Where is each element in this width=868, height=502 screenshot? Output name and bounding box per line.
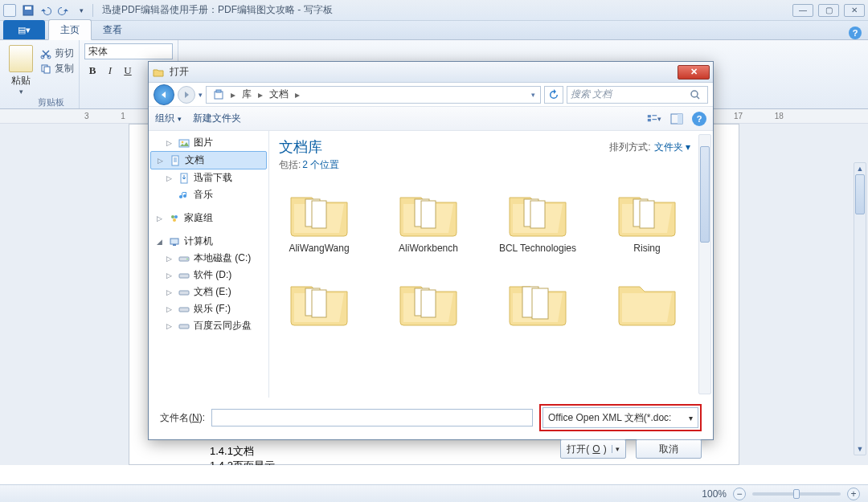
ruler-mark: 1 [121,112,125,120]
tree-item-xunlei[interactable]: ▷迅雷下载 [149,169,268,186]
cancel-button[interactable]: 取消 [636,439,702,459]
file-menu-button[interactable]: ▤▾ [3,20,45,39]
folder-item[interactable]: Rising [607,188,687,255]
highlight-box: Office Open XML 文档(*.doc:▾ [539,404,702,431]
font-family-select[interactable]: 宋体 [84,43,173,59]
folder-icon [288,277,350,327]
folder-label: AliWangWang [289,243,349,255]
breadcrumb-dropdown-icon[interactable]: ▾ [528,91,538,99]
folder-item[interactable]: AliWangWang [279,188,359,255]
folder-item[interactable] [497,277,578,332]
view-mode-button[interactable]: ▾ [647,112,661,126]
bold-button[interactable]: B [84,63,100,79]
nav-back-button[interactable] [154,84,174,105]
svg-rect-11 [653,115,657,116]
tab-view[interactable]: 查看 [92,20,133,39]
refresh-button[interactable] [544,86,563,104]
breadcrumb-sep-icon: ▸ [256,89,264,100]
tree-item-drive-f[interactable]: ▷娱乐 (F:) [149,300,268,317]
open-dropdown-icon[interactable]: ▾ [612,445,620,453]
tree-item-baidu[interactable]: ▷百度云同步盘 [149,317,268,334]
breadcrumb-documents[interactable]: 文档 [264,88,293,101]
zoom-slider-thumb[interactable] [793,489,800,499]
content-scrollbar[interactable] [698,134,711,394]
qat-customize-icon[interactable]: ▾ [72,2,90,18]
cut-label: 剪切 [55,47,74,60]
nav-tree[interactable]: ▷图片 ▷文档 ▷迅雷下载 音乐 ▷家庭组 ◢计算机 ▷本地磁盘 (C:) ▷软… [149,131,269,398]
folder-item[interactable]: BCL Technologies [497,188,578,255]
filetype-value: Office Open XML 文档(*.doc: [548,411,671,425]
tree-item-computer[interactable]: ◢计算机 [149,233,268,250]
svg-rect-31 [312,201,326,228]
nav-forward-button[interactable] [178,86,195,104]
folder-item[interactable] [607,277,687,332]
breadcrumb-root-icon[interactable] [208,89,229,100]
tab-home[interactable]: 主页 [48,19,92,40]
scroll-up-icon[interactable]: ▲ [854,163,866,174]
vertical-scrollbar[interactable]: ▲ ▼ [854,162,866,455]
organize-button[interactable]: 组织▾ [155,112,182,125]
folder-label: Rising [633,243,660,255]
library-subtitle: 包括:2 个位置 [279,158,703,172]
dialog-close-button[interactable]: ✕ [678,65,710,80]
zoom-value: 100% [702,488,727,500]
search-icon [690,89,701,100]
copy-button[interactable]: 复制 [40,62,74,76]
sort-link[interactable]: 文件夹 ▾ [654,141,690,153]
svg-point-16 [182,141,184,143]
underline-button[interactable]: U [120,63,136,79]
svg-rect-7 [216,90,221,92]
scroll-down-icon[interactable]: ▼ [854,443,866,455]
help-button[interactable]: ? [849,27,862,39]
system-menu-icon[interactable] [3,4,16,17]
tree-item-documents[interactable]: ▷文档 [150,151,267,169]
open-dialog: 打开 ✕ ▾ ▸ 库 ▸ 文档 ▸ ▾ 搜索 文档 组织▾ 新建文件夹 ▾ ? [148,61,714,440]
close-window-button[interactable]: ✕ [844,4,865,17]
folder-item[interactable]: AliWorkbench [388,188,469,255]
dialog-icon [152,66,165,79]
breadcrumb-libraries[interactable]: 库 [237,88,256,101]
filename-input[interactable] [211,409,533,426]
library-locations-link[interactable]: 2 个位置 [302,159,339,170]
zoom-out-button[interactable]: − [733,488,746,500]
folder-item[interactable] [279,277,359,332]
svg-rect-12 [653,119,657,120]
qat-save-icon[interactable] [19,2,37,18]
nav-history-dropdown-icon[interactable]: ▾ [199,91,203,99]
breadcrumb[interactable]: ▸ 库 ▸ 文档 ▸ ▾ [206,86,541,104]
folder-label: BCL Technologies [499,243,576,255]
scroll-thumb[interactable] [855,174,865,214]
tree-item-homegroup[interactable]: ▷家庭组 [149,210,268,227]
dialog-help-button[interactable]: ? [692,112,706,126]
folder-icon [506,277,569,327]
copy-label: 复制 [55,62,74,76]
tree-item-music[interactable]: 音乐 [149,186,268,203]
qat-redo-icon[interactable] [55,2,72,18]
search-input[interactable]: 搜索 文档 [567,86,708,104]
new-folder-button[interactable]: 新建文件夹 [193,112,241,125]
tree-item-drive-c[interactable]: ▷本地磁盘 (C:) [149,250,268,267]
tree-item-drive-d[interactable]: ▷软件 (D:) [149,267,268,284]
content-scroll-thumb[interactable] [700,146,710,243]
breadcrumb-sep-icon: ▸ [229,89,237,100]
svg-point-8 [691,91,698,97]
folder-item[interactable] [388,277,469,332]
qat-undo-icon[interactable] [37,2,55,18]
paste-icon [9,45,33,72]
breadcrumb-sep-icon: ▸ [293,89,301,100]
open-button[interactable]: 打开(O)▾ [560,439,626,459]
clipboard-group-label: 剪贴板 [14,95,87,108]
cut-button[interactable]: 剪切 [40,47,74,60]
zoom-in-button[interactable]: + [847,488,860,500]
preview-pane-button[interactable] [669,112,684,126]
tree-item-drive-e[interactable]: ▷文档 (E:) [149,284,268,300]
zoom-slider[interactable] [752,492,841,496]
font-family-value: 宋体 [88,45,108,59]
italic-button[interactable]: I [102,63,118,79]
tree-item-pictures[interactable]: ▷图片 [149,134,268,151]
svg-rect-28 [179,308,189,312]
minimize-button[interactable]: ― [792,4,813,17]
maximize-button[interactable]: ▢ [818,4,839,17]
filetype-select[interactable]: Office Open XML 文档(*.doc:▾ [542,407,698,428]
folder-icon [397,188,460,238]
